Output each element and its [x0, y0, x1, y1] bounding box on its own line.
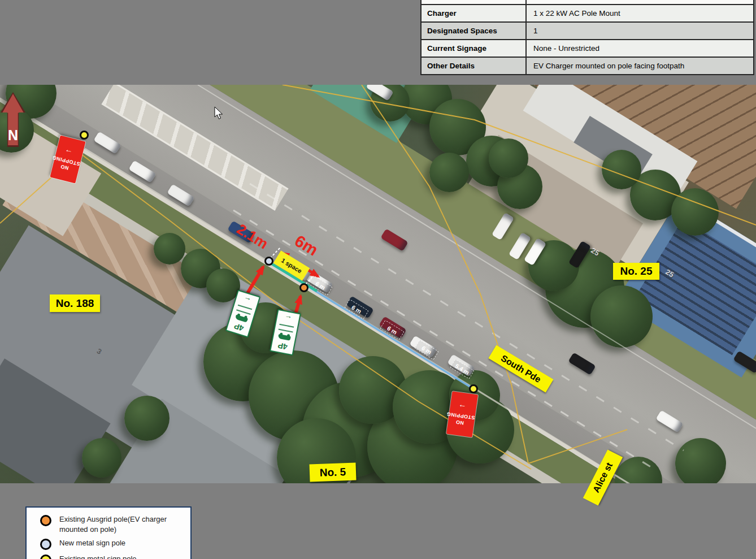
existing-pole-legend-icon	[40, 554, 51, 559]
table-header-cell: Charger	[422, 5, 527, 21]
legend-item: Existing metal sign pole	[32, 554, 185, 559]
mouse-cursor	[214, 106, 224, 121]
table-cell	[422, 0, 527, 4]
legend-label: Existing Ausgrid pole(EV charger mounted…	[59, 514, 184, 534]
ausgrid-pole-legend-icon	[40, 515, 51, 526]
legend-label: Existing metal sign pole	[59, 554, 184, 559]
table-row-current-signage: Current Signage None - Unrestricted	[422, 40, 753, 58]
table-value-cell: EV Charger mounted on pole facing footpa…	[527, 58, 753, 74]
legend-item: New metal sign pole	[32, 538, 185, 550]
legend-label: New metal sign pole	[59, 538, 184, 548]
aerial-map: 25 25 3	[0, 85, 756, 483]
table-value-cell: 1	[527, 23, 753, 39]
table-value-cell: None - Unrestricted	[527, 40, 753, 57]
table-header-cell: Current Signage	[422, 40, 527, 57]
table-header-cell: Designated Spaces	[422, 23, 527, 39]
new-pole-legend-icon	[40, 539, 51, 550]
table-row-other-details: Other Details EV Charger mounted on pole…	[422, 58, 753, 74]
table-value-cell: 1 x 22 kW AC Pole Mount	[527, 5, 753, 21]
site-details-table: Charger 1 x 22 kW AC Pole Mount Designat…	[420, 0, 754, 75]
table-cell	[527, 0, 753, 4]
table-header-cell: Other Details	[422, 58, 527, 74]
table-row-charger: Charger 1 x 22 kW AC Pole Mount	[422, 5, 753, 23]
legend-item: Existing Ausgrid pole(EV charger mounted…	[32, 514, 185, 534]
page: { "info_table": { "rows": [ {"label": "C…	[0, 0, 756, 559]
table-row-partial	[422, 0, 753, 5]
map-legend: Existing Ausgrid pole(EV charger mounted…	[25, 506, 192, 559]
map-markings	[0, 85, 756, 483]
table-row-designated-spaces: Designated Spaces 1	[422, 23, 753, 40]
